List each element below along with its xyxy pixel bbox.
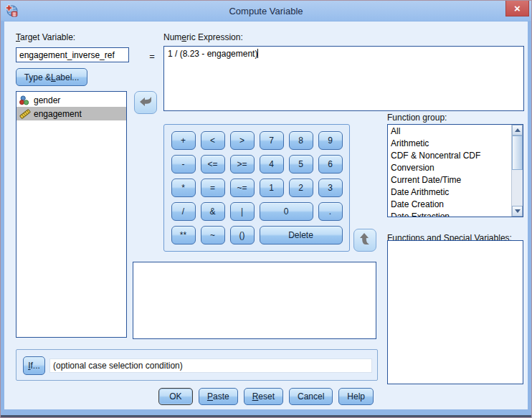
keypad-button[interactable]: . xyxy=(318,202,343,221)
keypad-button[interactable]: >= xyxy=(230,155,255,174)
keypad-button[interactable]: <= xyxy=(201,155,225,174)
keypad-button[interactable]: + xyxy=(171,131,196,150)
keypad-button[interactable]: 2 xyxy=(289,179,313,197)
function-group-item[interactable]: Conversion xyxy=(388,162,511,174)
dialog-button[interactable]: Cancel xyxy=(289,388,333,405)
compute-variable-dialog: Compute Variable × Target Variable: = Ty… xyxy=(0,0,532,418)
keypad-button[interactable]: 4 xyxy=(260,155,284,174)
keypad-button[interactable]: 8 xyxy=(289,131,313,150)
scroll-down-button[interactable] xyxy=(512,206,523,217)
function-group-item[interactable]: Date Arithmetic xyxy=(388,186,511,199)
variable-row[interactable]: engagement xyxy=(16,107,126,120)
numeric-expression-input[interactable]: 1 / (8.23 - engagement) xyxy=(163,46,524,111)
dialog-button-row: OK Paste Reset Cancel Help xyxy=(4,388,528,405)
close-button[interactable]: × xyxy=(505,1,529,16)
dialog-button[interactable]: Help xyxy=(338,388,374,405)
functions-special-variables-list[interactable] xyxy=(387,240,523,384)
arrow-left-icon xyxy=(138,96,153,109)
function-group-list[interactable]: All Arithmetic CDF & Noncentral CDF Conv… xyxy=(387,124,523,217)
case-selection-hint: (optional case selection condition) xyxy=(49,358,372,373)
keypad-button[interactable]: 5 xyxy=(289,155,313,174)
function-group-item[interactable]: CDF & Noncentral CDF xyxy=(388,150,511,162)
transfer-variable-button[interactable] xyxy=(134,91,157,114)
keypad-button[interactable]: - xyxy=(171,155,196,174)
keypad-button[interactable]: 6 xyxy=(318,155,343,174)
dialog-body: Target Variable: = Type & Label... gende… xyxy=(4,22,528,409)
equals-sign: = xyxy=(143,51,161,62)
keypad-button[interactable]: < xyxy=(201,131,225,150)
target-variable-input[interactable] xyxy=(16,47,129,62)
type-label-button[interactable]: Type & Label... xyxy=(16,68,87,86)
scale-variable-icon xyxy=(19,108,31,119)
case-selection-panel: If... (optional case selection condition… xyxy=(16,349,378,381)
variable-name: gender xyxy=(34,95,60,105)
calculator-keypad: + < > 7 8 9 - <= >= 4 5 6 * = ~= 1 2 3 /… xyxy=(163,124,350,252)
function-group-item[interactable]: Date Creation xyxy=(388,199,511,211)
keypad-button[interactable]: ~= xyxy=(230,179,255,197)
keypad-button[interactable]: > xyxy=(230,131,255,150)
function-group-item[interactable]: Arithmetic xyxy=(388,138,511,150)
variable-name: engagement xyxy=(34,109,82,119)
function-group-label: Function group: xyxy=(387,113,447,123)
scroll-up-button[interactable] xyxy=(512,125,523,136)
target-variable-label: Target Variable: xyxy=(16,32,75,42)
keypad-button[interactable]: 1 xyxy=(260,179,284,197)
spss-app-icon xyxy=(5,4,18,17)
keypad-button[interactable]: * xyxy=(171,179,196,197)
keypad-button[interactable]: ~ xyxy=(201,226,225,244)
keypad-button[interactable]: Delete xyxy=(260,226,343,244)
keypad-button[interactable]: ** xyxy=(171,226,196,244)
keypad-button[interactable]: / xyxy=(171,202,196,221)
dialog-button[interactable]: Reset xyxy=(244,388,283,405)
nominal-variable-icon xyxy=(19,95,31,105)
scrollbar[interactable] xyxy=(511,125,523,217)
keypad-button[interactable]: 3 xyxy=(318,179,343,197)
arrow-up-icon xyxy=(358,234,372,247)
numeric-expression-label: Numeric Expression: xyxy=(163,32,243,42)
window-title: Compute Variable xyxy=(229,6,303,16)
keypad-button[interactable]: 9 xyxy=(318,131,343,150)
if-button[interactable]: If... xyxy=(23,356,45,375)
variable-list[interactable]: gender engagement xyxy=(16,91,127,338)
triangle-up-icon xyxy=(515,128,521,132)
text-caret xyxy=(257,49,258,58)
keypad-button[interactable]: | xyxy=(230,202,255,221)
keypad-button[interactable]: 7 xyxy=(260,131,284,150)
triangle-down-icon xyxy=(515,209,521,213)
function-group-item[interactable]: All xyxy=(388,125,511,138)
scrollbar-thumb[interactable] xyxy=(512,136,523,170)
title-bar[interactable]: Compute Variable × xyxy=(1,1,531,21)
expression-text: 1 / (8.23 - engagement) xyxy=(168,49,257,59)
keypad-button[interactable]: = xyxy=(201,179,225,197)
function-description-pane xyxy=(133,262,376,339)
keypad-button[interactable]: & xyxy=(201,202,225,221)
variable-row[interactable]: gender xyxy=(16,93,126,107)
keypad-button[interactable]: () xyxy=(230,226,255,244)
dialog-button[interactable]: Paste xyxy=(199,388,238,405)
function-group-item[interactable]: Current Date/Time xyxy=(388,174,511,186)
function-group-item[interactable]: Date Extraction xyxy=(388,211,511,217)
keypad-button[interactable]: 0 xyxy=(260,202,313,221)
insert-function-button[interactable] xyxy=(353,229,376,252)
dialog-button[interactable]: OK xyxy=(158,388,193,405)
